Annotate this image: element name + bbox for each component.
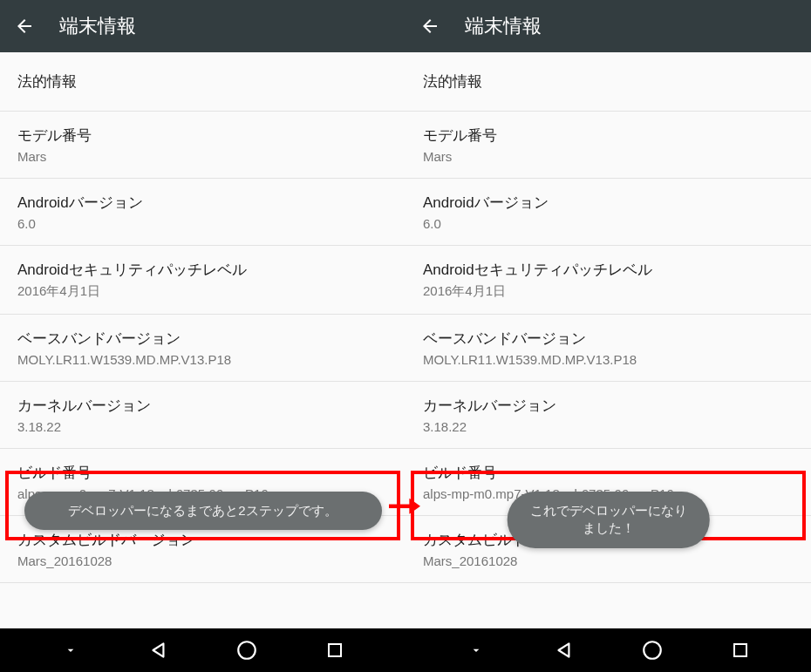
back-button[interactable] bbox=[12, 14, 37, 38]
svg-rect-1 bbox=[329, 644, 341, 656]
triangle-back-icon bbox=[553, 639, 576, 662]
row-label: ビルド番号 bbox=[423, 463, 794, 483]
square-recents-icon bbox=[324, 640, 345, 661]
row-value: 2016年4月1日 bbox=[17, 283, 388, 300]
row-label: Androidバージョン bbox=[423, 193, 794, 213]
svg-rect-3 bbox=[734, 644, 746, 656]
row-value: 3.18.22 bbox=[423, 419, 794, 434]
row-label: カーネルバージョン bbox=[423, 396, 794, 416]
nav-home-button[interactable] bbox=[229, 633, 264, 668]
app-bar: 端末情報 bbox=[406, 0, 811, 52]
nav-home-button[interactable] bbox=[635, 633, 670, 668]
square-recents-icon bbox=[730, 640, 751, 661]
row-label: カーネルバージョン bbox=[17, 396, 388, 416]
row-label: 法的情報 bbox=[17, 71, 388, 92]
row-security-patch[interactable]: Androidセキュリティパッチレベル 2016年4月1日 bbox=[0, 246, 406, 315]
page-title: 端末情報 bbox=[465, 13, 542, 39]
row-value: 6.0 bbox=[423, 216, 794, 231]
circle-home-icon bbox=[235, 639, 258, 662]
circle-home-icon bbox=[641, 639, 664, 662]
row-value: Mars bbox=[17, 149, 388, 164]
row-label: Androidバージョン bbox=[17, 193, 388, 213]
arrow-back-icon bbox=[14, 16, 35, 37]
row-legal-info[interactable]: 法的情報 bbox=[406, 52, 811, 112]
row-value: MOLY.LR11.W1539.MD.MP.V13.P18 bbox=[17, 352, 388, 367]
row-label: 法的情報 bbox=[423, 71, 794, 92]
nav-recents-button[interactable] bbox=[317, 633, 352, 668]
row-baseband-version[interactable]: ベースバンドバージョン MOLY.LR11.W1539.MD.MP.V13.P1… bbox=[406, 315, 811, 382]
android-navbar bbox=[0, 628, 406, 672]
row-value: 2016年4月1日 bbox=[423, 283, 794, 300]
row-label: Androidセキュリティパッチレベル bbox=[17, 260, 388, 280]
nav-chevron-button[interactable] bbox=[459, 633, 494, 668]
row-value: 3.18.22 bbox=[17, 419, 388, 434]
row-baseband-version[interactable]: ベースバンドバージョン MOLY.LR11.W1539.MD.MP.V13.P1… bbox=[0, 315, 406, 382]
toast-message: デベロッパーになるまであと2ステップです。 bbox=[24, 492, 382, 530]
chevron-down-icon bbox=[64, 643, 78, 657]
nav-recents-button[interactable] bbox=[723, 633, 758, 668]
panel-right: 端末情報 法的情報 モデル番号 Mars Androidバージョン 6.0 An… bbox=[406, 0, 811, 672]
row-kernel-version[interactable]: カーネルバージョン 3.18.22 bbox=[0, 382, 406, 449]
row-value: Mars bbox=[423, 149, 794, 164]
row-security-patch[interactable]: Androidセキュリティパッチレベル 2016年4月1日 bbox=[406, 246, 811, 315]
row-legal-info[interactable]: 法的情報 bbox=[0, 52, 406, 112]
row-android-version[interactable]: Androidバージョン 6.0 bbox=[0, 179, 406, 246]
toast-message: これでデベロッパーになりました！ bbox=[507, 492, 710, 548]
row-label: ビルド番号 bbox=[17, 463, 388, 483]
svg-point-2 bbox=[644, 641, 661, 659]
row-value: Mars_20161028 bbox=[423, 553, 794, 568]
nav-chevron-button[interactable] bbox=[53, 633, 88, 668]
android-navbar bbox=[406, 628, 811, 672]
page-title: 端末情報 bbox=[59, 13, 136, 39]
row-model-number[interactable]: モデル番号 Mars bbox=[0, 112, 406, 179]
panel-left: 端末情報 法的情報 モデル番号 Mars Androidバージョン 6.0 An… bbox=[0, 0, 406, 672]
back-button[interactable] bbox=[418, 14, 442, 38]
svg-point-0 bbox=[238, 641, 256, 659]
row-label: ベースバンドバージョン bbox=[423, 329, 794, 349]
triangle-back-icon bbox=[147, 639, 170, 662]
row-label: モデル番号 bbox=[423, 126, 794, 146]
row-label: モデル番号 bbox=[17, 126, 388, 146]
row-value: Mars_20161028 bbox=[17, 553, 388, 568]
row-label: カスタムビルドバージョン bbox=[17, 530, 388, 550]
row-label: Androidセキュリティパッチレベル bbox=[423, 260, 794, 280]
row-value: MOLY.LR11.W1539.MD.MP.V13.P18 bbox=[423, 352, 794, 367]
app-bar: 端末情報 bbox=[0, 0, 406, 52]
row-kernel-version[interactable]: カーネルバージョン 3.18.22 bbox=[406, 382, 811, 449]
row-value: 6.0 bbox=[17, 216, 388, 231]
row-android-version[interactable]: Androidバージョン 6.0 bbox=[406, 179, 811, 246]
nav-back-button[interactable] bbox=[141, 633, 176, 668]
row-model-number[interactable]: モデル番号 Mars bbox=[406, 112, 811, 179]
nav-back-button[interactable] bbox=[547, 633, 582, 668]
chevron-down-icon bbox=[469, 643, 483, 657]
row-label: ベースバンドバージョン bbox=[17, 329, 388, 349]
arrow-back-icon bbox=[419, 16, 440, 37]
